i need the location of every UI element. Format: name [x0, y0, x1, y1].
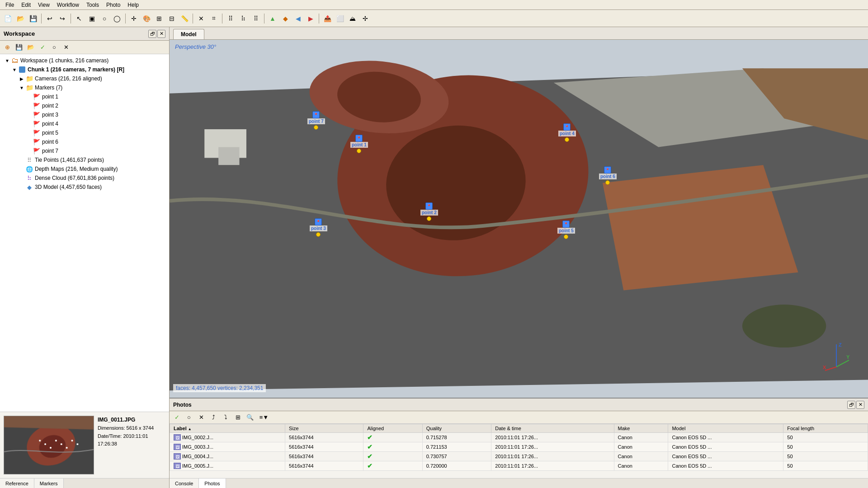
table-row[interactable]: 🖼 IMG_0003.J... 5616x3744 ✔ 0.721153 201…: [170, 442, 868, 452]
terrain-down-button[interactable]: ◆: [279, 13, 291, 24]
col-aligned[interactable]: Aligned: [363, 424, 422, 433]
tree-marker-2[interactable]: 🚩 point 2: [0, 101, 169, 110]
save-chunk-button[interactable]: 💾: [14, 42, 24, 52]
tab-markers[interactable]: Markers: [34, 479, 64, 488]
export-button[interactable]: 📤: [321, 13, 333, 24]
tree-marker-7[interactable]: 🚩 point 7: [0, 146, 169, 155]
crop-button[interactable]: ⌗: [208, 13, 220, 24]
table-row[interactable]: 🖼 IMG_0004.J... 5616x3744 ✔ 0.730757 201…: [170, 452, 868, 461]
grid2-button[interactable]: ⊟: [166, 13, 178, 24]
menu-photo[interactable]: Photo: [103, 1, 124, 9]
tab-photos[interactable]: Photos: [199, 479, 226, 488]
tree-chunk1-expand[interactable]: ▼: [11, 67, 18, 72]
tree-markers[interactable]: ▼ 📁 Markers (7): [0, 83, 169, 92]
marker4-icon: 🚩: [33, 120, 41, 127]
new-button[interactable]: 📄: [2, 13, 14, 24]
terrain-up-button[interactable]: ▲: [267, 13, 278, 24]
marker5-3d-icon: 📍: [562, 221, 570, 228]
measure-button[interactable]: 📏: [179, 13, 190, 24]
tree-marker-5[interactable]: 🚩 point 5: [0, 128, 169, 137]
remove-button[interactable]: ✕: [61, 42, 71, 52]
apps2-button[interactable]: ⠷: [237, 13, 249, 24]
tree-depthmaps[interactable]: 🌐 Depth Maps (216, Medium quality): [0, 164, 169, 174]
view2-button[interactable]: ⛰: [347, 13, 359, 24]
move3d-button[interactable]: ✢: [359, 13, 371, 24]
tree-root[interactable]: ▼ 🗂 Workspace (1 chunks, 216 cameras): [0, 56, 169, 65]
col-size[interactable]: Size: [285, 424, 363, 433]
undo-button[interactable]: ↩: [44, 13, 56, 24]
tree-marker-1[interactable]: 🚩 point 1: [0, 92, 169, 101]
menu-file[interactable]: File: [2, 1, 18, 9]
tree-marker-4[interactable]: 🚩 point 4: [0, 119, 169, 128]
menu-tools[interactable]: Tools: [83, 1, 103, 9]
photos-uncheck-button[interactable]: ○: [184, 413, 194, 422]
tab-console[interactable]: Console: [170, 479, 199, 488]
col-label[interactable]: Label ▲: [170, 424, 285, 433]
tree-cameras-expand[interactable]: ▶: [18, 76, 25, 81]
photos-import-button[interactable]: ⤴: [208, 413, 219, 422]
depthmaps-icon: 🌐: [25, 165, 33, 173]
rect-select-button[interactable]: ▣: [86, 13, 98, 24]
open-button[interactable]: 📂: [14, 13, 26, 24]
tree-marker-6[interactable]: 🚩 point 6: [0, 137, 169, 146]
toolbar-separator-7: [319, 14, 319, 23]
table-row[interactable]: 🖼 IMG_0005.J... 5616x3744 ✔ 0.720000 201…: [170, 461, 868, 471]
load-chunk-button[interactable]: 📂: [25, 42, 36, 52]
select-button[interactable]: ↖: [73, 13, 85, 24]
photos-table-container[interactable]: Label ▲ Size Aligned Quality Date & time…: [170, 424, 868, 478]
tree-cameras[interactable]: ▶ 📁 Cameras (216, 216 aligned): [0, 74, 169, 83]
markers-label: Markers (7): [35, 84, 62, 91]
menu-edit[interactable]: Edit: [18, 1, 34, 9]
menu-workflow[interactable]: Workflow: [53, 1, 83, 9]
photos-panel: Photos 🗗 ✕ ✓ ○ ✕ ⤴ ⤵ ⊞ 🔍 ≡▼: [170, 398, 868, 488]
cameras-icon: 📁: [25, 75, 33, 82]
collapse-button[interactable]: ○: [49, 42, 60, 52]
photos-check-button[interactable]: ✓: [171, 413, 182, 422]
tree-3dmodel[interactable]: ◆ 3D Model (4,457,650 faces): [0, 183, 169, 192]
tree-tiepoints[interactable]: ⠿ Tie Points (1,461,637 points): [0, 155, 169, 164]
check-button[interactable]: ✓: [37, 42, 48, 52]
redo-button[interactable]: ↪: [57, 13, 68, 24]
photos-close-button[interactable]: ✕: [856, 401, 864, 409]
color-button[interactable]: 🎨: [141, 13, 152, 24]
photos-restore-button[interactable]: 🗗: [847, 401, 855, 409]
viewport-3d[interactable]: Perspective 30° 📍 point 7 📍 point 1 📍 po…: [170, 40, 868, 398]
table-row[interactable]: 🖼 IMG_0002.J... 5616x3744 ✔ 0.715278 201…: [170, 433, 868, 442]
col-datetime[interactable]: Date & time: [491, 424, 614, 433]
tree-chunk1[interactable]: ▼ Chunk 1 (216 cameras, 7 markers) [R]: [0, 65, 169, 74]
rotate2-button[interactable]: ◯: [111, 13, 123, 24]
terrain-left-button[interactable]: ◀: [292, 13, 304, 24]
tree-marker-3[interactable]: 🚩 point 3: [0, 110, 169, 119]
delete-button[interactable]: ✕: [195, 13, 207, 24]
col-model[interactable]: Model: [668, 424, 783, 433]
photos-zoom-button[interactable]: 🔍: [245, 413, 255, 422]
col-make[interactable]: Make: [614, 424, 668, 433]
marker6-3d-icon: 📍: [604, 166, 611, 174]
tab-reference[interactable]: Reference: [0, 479, 34, 488]
photos-grid-button[interactable]: ⊞: [232, 413, 243, 422]
col-focal[interactable]: Focal length: [783, 424, 868, 433]
photos-export-button[interactable]: ⤵: [220, 413, 231, 422]
grid-button[interactable]: ⊞: [153, 13, 165, 24]
tree-view[interactable]: ▼ 🗂 Workspace (1 chunks, 216 cameras) ▼ …: [0, 54, 169, 412]
menu-view[interactable]: View: [34, 1, 53, 9]
photos-columns-button[interactable]: ≡▼: [257, 413, 271, 422]
tree-densecloud[interactable]: ⠷ Dense Cloud (67,601,836 points): [0, 174, 169, 183]
apps-button[interactable]: ⠿: [225, 13, 236, 24]
menu-help[interactable]: Help: [124, 1, 142, 9]
save-button[interactable]: 💾: [27, 13, 39, 24]
photos-remove-button[interactable]: ✕: [196, 413, 207, 422]
tab-model[interactable]: Model: [173, 29, 204, 39]
move-button[interactable]: ✛: [128, 13, 140, 24]
tree-root-expand[interactable]: ▼: [4, 58, 11, 63]
photos-bottom-tabs: Console Photos: [170, 478, 868, 488]
panel-close-button[interactable]: ✕: [157, 30, 165, 38]
apps3-button[interactable]: ⠿: [250, 13, 262, 24]
rotate-button[interactable]: ○: [99, 13, 110, 24]
view1-button[interactable]: ⬜: [334, 13, 346, 24]
panel-restore-button[interactable]: 🗗: [148, 30, 156, 38]
add-chunk-button[interactable]: ⊕: [2, 42, 13, 52]
tree-markers-expand[interactable]: ▼: [18, 85, 25, 90]
terrain-right-button[interactable]: ▶: [305, 13, 316, 24]
col-quality[interactable]: Quality: [422, 424, 491, 433]
